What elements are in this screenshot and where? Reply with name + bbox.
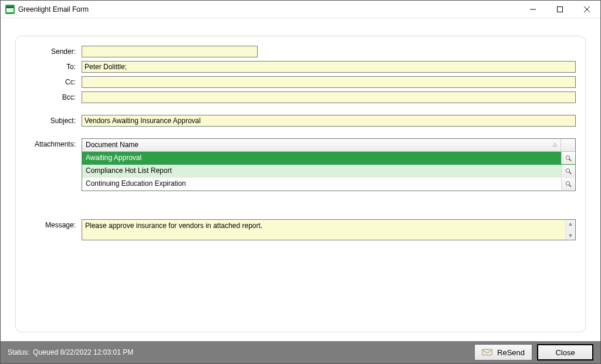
maximize-button[interactable] <box>546 1 573 18</box>
message-field-wrap: ▲ ▼ <box>82 219 576 240</box>
status-text: Queued 8/22/2022 12:03:01 PM <box>33 348 133 356</box>
attachments-header[interactable]: Document Name △ <box>82 139 575 152</box>
bcc-label: Bcc: <box>25 91 82 101</box>
cc-input[interactable] <box>82 76 576 88</box>
status-label: Status: <box>8 348 29 356</box>
minimize-button[interactable] <box>519 1 546 18</box>
attachment-view-button[interactable] <box>561 178 575 190</box>
attachment-row[interactable]: Awaiting Approval <box>82 152 575 165</box>
close-button-label: Close <box>555 348 575 357</box>
svg-rect-6 <box>482 349 492 355</box>
subject-label: Subject: <box>25 115 82 125</box>
to-input[interactable] <box>82 61 576 73</box>
column-document-name-label: Document Name <box>86 141 139 149</box>
magnifier-icon <box>565 180 572 188</box>
resend-button[interactable]: ReSend <box>474 344 532 360</box>
attachment-name: Continuing Education Expiration <box>82 178 561 190</box>
subject-input[interactable] <box>82 115 576 127</box>
svg-rect-1 <box>6 6 13 8</box>
sender-label: Sender: <box>25 46 82 56</box>
attachments-grid: Document Name △ Awaiting ApprovalComplia… <box>82 138 576 191</box>
attachment-name: Awaiting Approval <box>82 152 561 164</box>
scroll-up-icon: ▲ <box>568 220 573 228</box>
attachment-row[interactable]: Compliance Hot List Report <box>82 165 575 178</box>
svg-rect-3 <box>558 6 563 12</box>
attachments-body: Awaiting ApprovalCompliance Hot List Rep… <box>82 152 575 190</box>
content-area: Sender: To: Cc: Bcc: Subject: Attachment… <box>1 18 600 341</box>
message-label: Message: <box>25 219 82 229</box>
magnifier-icon <box>565 167 572 175</box>
app-icon <box>5 5 15 14</box>
form-panel: Sender: To: Cc: Bcc: Subject: Attachment… <box>15 36 586 332</box>
column-action <box>561 139 575 151</box>
bcc-input[interactable] <box>82 91 576 103</box>
to-label: To: <box>25 61 82 71</box>
attachment-view-button[interactable] <box>561 152 575 164</box>
window-title: Greenlight Email Form <box>18 5 89 13</box>
statusbar: Status: Queued 8/22/2022 12:03:01 PM ReS… <box>1 341 600 363</box>
magnifier-icon <box>565 154 572 162</box>
message-textarea[interactable] <box>82 220 565 240</box>
cc-label: Cc: <box>25 76 82 86</box>
close-window-button[interactable] <box>573 1 600 18</box>
scroll-down-icon: ▼ <box>568 232 573 240</box>
column-document-name[interactable]: Document Name △ <box>82 139 561 151</box>
sort-indicator-icon: △ <box>553 141 557 147</box>
message-scrollbar[interactable]: ▲ ▼ <box>565 220 575 240</box>
window: Greenlight Email Form Sender: To: Cc: <box>0 0 601 364</box>
attachment-view-button[interactable] <box>561 165 575 177</box>
attachment-name: Compliance Hot List Report <box>82 165 561 177</box>
resend-button-label: ReSend <box>497 348 525 357</box>
envelope-icon <box>482 348 492 356</box>
close-button[interactable]: Close <box>537 344 593 360</box>
sender-input[interactable] <box>82 46 258 57</box>
attachments-label: Attachments: <box>25 138 82 148</box>
attachment-row[interactable]: Continuing Education Expiration <box>82 178 575 190</box>
titlebar: Greenlight Email Form <box>1 1 600 18</box>
